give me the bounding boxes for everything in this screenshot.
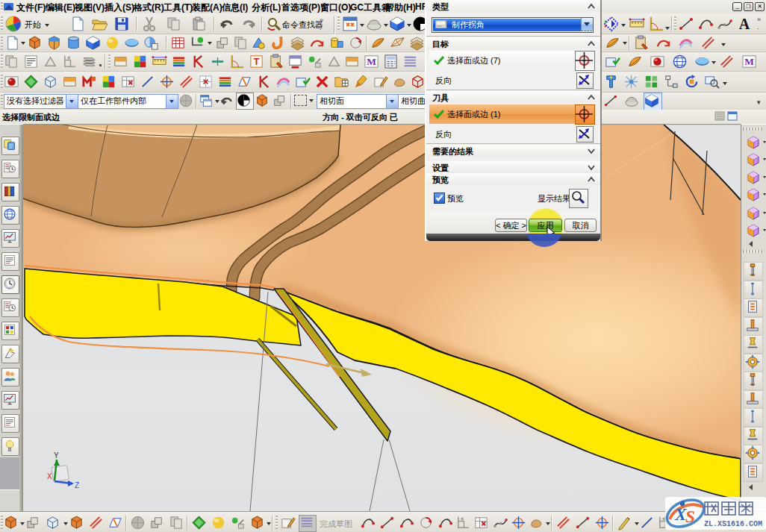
- svg-text:Z: Z: [75, 481, 79, 489]
- svg-text:Y: Y: [54, 451, 59, 460]
- svg-text:ZL.XS1616.COM: ZL.XS1616.COM: [704, 520, 762, 528]
- svg-text:S: S: [685, 507, 695, 526]
- svg-text:X: X: [47, 472, 52, 481]
